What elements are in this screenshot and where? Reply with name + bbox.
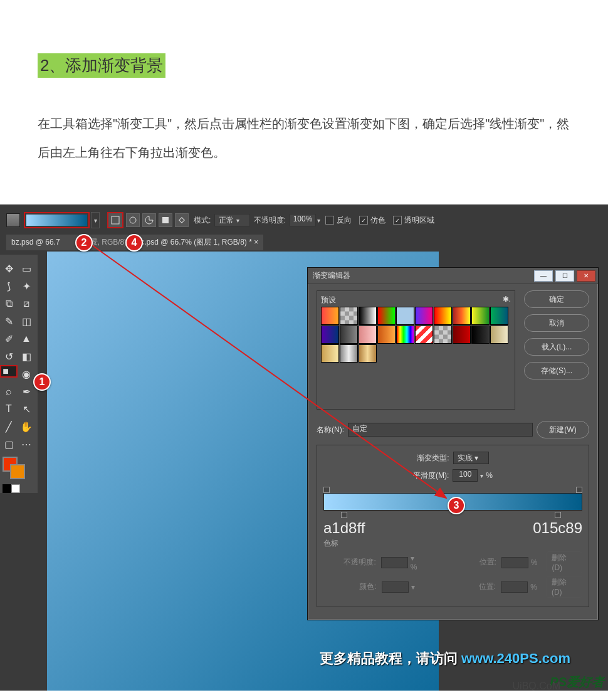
preset-swatch[interactable]	[453, 326, 471, 344]
tab-bz[interactable]: bz.psd @ 66.7景, RGB/8)	[6, 235, 132, 250]
rect-tool[interactable]: ▢	[0, 435, 18, 453]
tab-jc[interactable]: jc.psd @ 66.7% (图层 1, RGB/8) * ×	[134, 235, 264, 250]
right-color-stop[interactable]: 015c89	[533, 512, 582, 537]
position-input-1	[501, 557, 528, 568]
gradient-picker[interactable]	[24, 212, 90, 228]
blur-tool[interactable]: ◉	[18, 365, 35, 383]
preset-swatch[interactable]	[340, 307, 358, 325]
eyedropper-tool[interactable]: ✎	[0, 312, 18, 330]
preset-swatch[interactable]	[377, 307, 396, 325]
gear-icon[interactable]: ✱.	[503, 295, 511, 304]
preset-swatch[interactable]	[471, 307, 490, 325]
preset-swatch[interactable]	[340, 326, 358, 344]
save-button[interactable]: 存储(S)...	[524, 362, 589, 379]
preset-swatch[interactable]	[396, 307, 414, 325]
background-color[interactable]	[10, 464, 25, 479]
preset-swatch[interactable]	[359, 344, 377, 363]
options-bar: ▾ 模式: 正常 ▾ 不透明度: 100% ▾ 反向 ✓仿色 ✓透明区域	[0, 211, 608, 230]
diamond-gradient-button[interactable]	[175, 213, 189, 227]
annotation-marker-4: 4	[125, 234, 143, 252]
preset-swatch[interactable]	[321, 326, 339, 344]
new-button[interactable]: 新建(W)	[537, 421, 589, 438]
smooth-input[interactable]: 100	[453, 469, 478, 482]
tool-preset-icon[interactable]	[6, 213, 20, 227]
minimize-button[interactable]: —	[534, 270, 553, 282]
preset-swatch[interactable]	[434, 307, 452, 325]
svg-rect-0	[112, 216, 119, 224]
preset-swatch[interactable]	[453, 307, 471, 325]
preset-swatch[interactable]	[471, 326, 490, 344]
preset-swatch[interactable]	[359, 326, 377, 344]
slice-tool[interactable]: ⧄	[18, 295, 35, 312]
stamp-tool[interactable]: ▲	[18, 330, 35, 347]
chevron-down-icon: ▾	[236, 217, 239, 224]
preset-swatch[interactable]	[321, 344, 339, 363]
transparency-checkbox[interactable]: ✓透明区域	[393, 215, 434, 226]
close-button[interactable]: ✕	[577, 270, 595, 282]
load-button[interactable]: 载入(L)...	[524, 338, 589, 356]
mode-select[interactable]: 正常 ▾	[214, 214, 249, 226]
cancel-button[interactable]: 取消	[524, 314, 589, 332]
crop-tool[interactable]: ⧉	[0, 295, 18, 312]
preset-swatch[interactable]	[396, 326, 414, 344]
line-tool[interactable]: ╱	[0, 418, 18, 435]
preset-swatch[interactable]	[415, 326, 433, 344]
svg-rect-3	[179, 218, 184, 223]
preset-swatch[interactable]	[377, 326, 396, 344]
maximize-button[interactable]: ☐	[555, 270, 574, 282]
dialog-title: 渐变编辑器	[313, 270, 534, 281]
dither-checkbox[interactable]: ✓仿色	[359, 215, 385, 226]
section-heading: 2、添加渐变背景	[38, 53, 165, 78]
linear-gradient-button[interactable]	[107, 212, 123, 228]
preset-swatch[interactable]	[415, 307, 433, 325]
brush-tool[interactable]: ✐	[0, 330, 18, 347]
preset-swatch[interactable]	[340, 344, 358, 363]
move-tool[interactable]: ✥	[0, 260, 18, 277]
reflected-gradient-button[interactable]	[159, 213, 172, 227]
marquee-tool[interactable]: ▭	[18, 260, 35, 277]
angular-gradient-button[interactable]	[142, 213, 156, 227]
annotation-marker-3: 3	[448, 497, 465, 514]
footer-text: 更多精品教程，请访问 www.240PS.com	[320, 649, 570, 668]
opacity-input[interactable]: 100%	[290, 214, 316, 226]
preset-swatch[interactable]	[490, 307, 508, 325]
opacity-stop-input	[381, 557, 408, 568]
chevron-down-icon: ▾	[480, 472, 483, 479]
delete-stop-button-2: 删除(D)	[546, 576, 582, 598]
photoshop-workspace: ▾ 模式: 正常 ▾ 不透明度: 100% ▾ 反向 ✓仿色 ✓透明区域 bz.…	[0, 204, 608, 691]
dialog-titlebar[interactable]: 渐变编辑器 — ☐ ✕	[308, 268, 598, 284]
preset-swatch[interactable]	[321, 307, 339, 325]
color-swatches[interactable]	[0, 457, 38, 493]
watermark-site: UiBQ.CoM	[513, 681, 560, 691]
pen-tool[interactable]: ✒	[18, 383, 35, 400]
type-tool[interactable]: T	[0, 400, 18, 418]
lasso-tool[interactable]: ⟆	[0, 277, 18, 295]
preset-swatch[interactable]	[434, 326, 452, 344]
position-input-2	[501, 581, 528, 593]
eraser-tool[interactable]: ◧	[18, 347, 35, 365]
radial-gradient-button[interactable]	[126, 213, 140, 227]
ok-button[interactable]: 确定	[524, 290, 589, 308]
preset-swatch[interactable]	[359, 307, 377, 325]
gradient-tool[interactable]: ■	[0, 365, 18, 378]
reverse-checkbox[interactable]: 反向	[325, 215, 352, 226]
chevron-down-icon: ▾	[317, 217, 320, 224]
annotation-marker-1: 1	[33, 373, 51, 391]
name-input[interactable]: 自定	[348, 423, 533, 437]
magic-wand-tool[interactable]: ✦	[18, 277, 35, 295]
more-tool[interactable]: ⋯	[18, 435, 35, 453]
preset-swatch[interactable]	[490, 326, 508, 344]
type-select[interactable]: 实底 ▾	[453, 452, 489, 464]
presets-label: 预设	[321, 295, 511, 305]
gradient-dropdown[interactable]: ▾	[91, 212, 100, 228]
opacity-stops[interactable]	[323, 487, 582, 493]
right-stop-hex: 015c89	[533, 519, 582, 537]
ruler-tool[interactable]: ◫	[18, 312, 35, 330]
history-brush-tool[interactable]: ↺	[0, 347, 18, 365]
zoom-tool[interactable]: ⌕	[0, 383, 18, 400]
left-color-stop[interactable]: a1d8ff	[323, 512, 365, 537]
hand-tool[interactable]: ✋	[18, 418, 35, 435]
delete-stop-button-1: 删除(D)	[546, 551, 582, 573]
gradient-edit-panel: 渐变类型: 实底 ▾ 平滑度(M): 100 ▾ % a1d8ff	[317, 445, 589, 607]
selection-tool[interactable]: ↖	[18, 400, 35, 418]
